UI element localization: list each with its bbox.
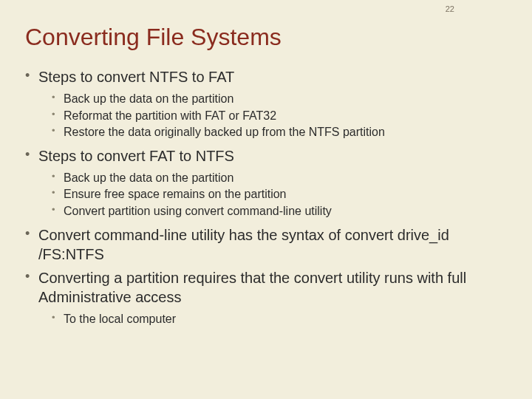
list-item-text: Steps to convert NTFS to FAT	[38, 69, 234, 85]
list-item: Restore the data originally backed up fr…	[38, 124, 507, 140]
list-item: Reformat the partition with FAT or FAT32	[38, 108, 507, 124]
list-item-text: Steps to convert FAT to NTFS	[38, 148, 234, 164]
list-item: Back up the data on the partition	[38, 91, 507, 107]
list-item: Convert command-line utility has the syn…	[25, 225, 507, 264]
list-item: Steps to convert NTFS to FAT Back up the…	[25, 67, 507, 140]
sub-list: Back up the data on the partition Ensure…	[38, 170, 507, 219]
list-item-text: Converting a partition requires that the…	[38, 270, 466, 305]
sub-list: To the local computer	[38, 311, 507, 327]
list-item: Back up the data on the partition	[38, 170, 507, 186]
list-item: Converting a partition requires that the…	[25, 268, 507, 327]
list-item: Steps to convert FAT to NTFS Back up the…	[25, 146, 507, 219]
list-item: Ensure free space remains on the partiti…	[38, 186, 507, 202]
sub-list: Back up the data on the partition Reform…	[38, 91, 507, 140]
list-item-text: Convert command-line utility has the syn…	[38, 227, 449, 262]
page-number: 22	[446, 4, 454, 13]
list-item: To the local computer	[38, 311, 507, 327]
bullet-list: Steps to convert NTFS to FAT Back up the…	[25, 67, 507, 327]
list-item: Convert partition using convert command-…	[38, 203, 507, 219]
slide-title: Converting File Systems	[25, 24, 507, 51]
